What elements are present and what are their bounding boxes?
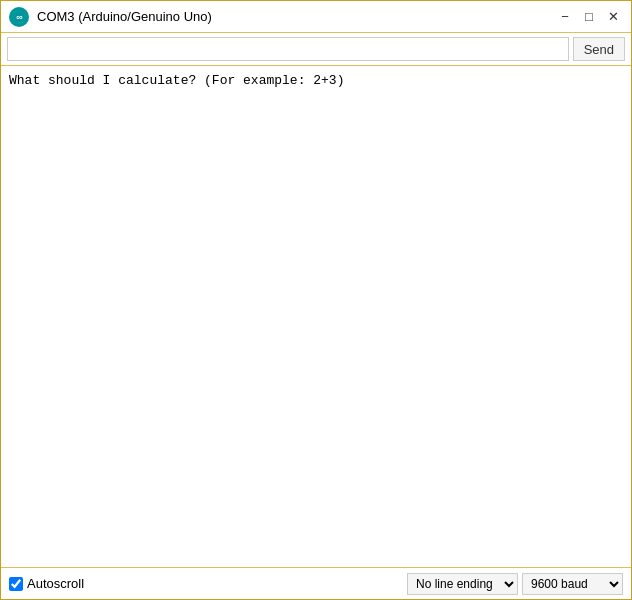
toolbar: Send	[1, 33, 631, 66]
maximize-button[interactable]: □	[579, 7, 599, 27]
send-button[interactable]: Send	[573, 37, 625, 61]
arduino-logo: ∞	[9, 7, 29, 27]
baud-rate-select[interactable]: 300 baud 1200 baud 2400 baud 4800 baud 9…	[522, 573, 623, 595]
main-window: ∞ COM3 (Arduino/Genuino Uno) − □ ✕ Send …	[0, 0, 632, 600]
autoscroll-checkbox[interactable]	[9, 577, 23, 591]
line-ending-select[interactable]: No line ending Newline Carriage return B…	[407, 573, 518, 595]
title-bar-controls: − □ ✕	[555, 7, 623, 27]
logo-icon: ∞	[16, 12, 21, 22]
serial-input[interactable]	[7, 37, 569, 61]
autoscroll-section: Autoscroll	[9, 576, 407, 591]
minimize-button[interactable]: −	[555, 7, 575, 27]
window-title: COM3 (Arduino/Genuino Uno)	[37, 9, 212, 24]
status-right: No line ending Newline Carriage return B…	[407, 573, 623, 595]
serial-output: What should I calculate? (For example: 2…	[1, 66, 631, 567]
title-bar: ∞ COM3 (Arduino/Genuino Uno) − □ ✕	[1, 1, 631, 33]
title-bar-left: ∞ COM3 (Arduino/Genuino Uno)	[9, 7, 555, 27]
status-bar: Autoscroll No line ending Newline Carria…	[1, 567, 631, 599]
close-button[interactable]: ✕	[603, 7, 623, 27]
autoscroll-label: Autoscroll	[27, 576, 84, 591]
